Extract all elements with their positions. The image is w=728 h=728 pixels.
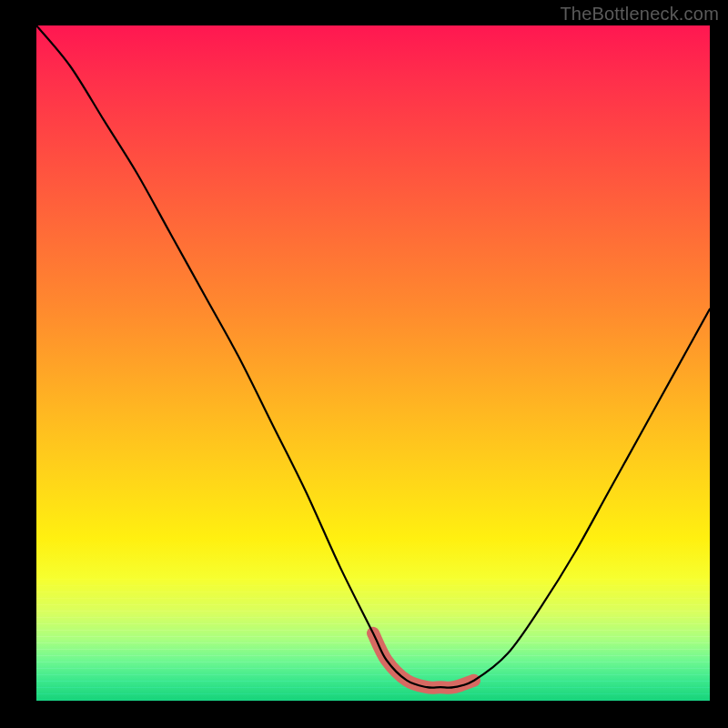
curve-line bbox=[36, 25, 710, 688]
gradient-banding bbox=[36, 573, 710, 701]
trough-highlight bbox=[373, 633, 474, 688]
bottleneck-curve bbox=[36, 25, 710, 701]
watermark-text: TheBottleneck.com bbox=[560, 4, 719, 25]
chart-frame: TheBottleneck.com bbox=[0, 0, 728, 728]
plot-area bbox=[36, 25, 710, 701]
